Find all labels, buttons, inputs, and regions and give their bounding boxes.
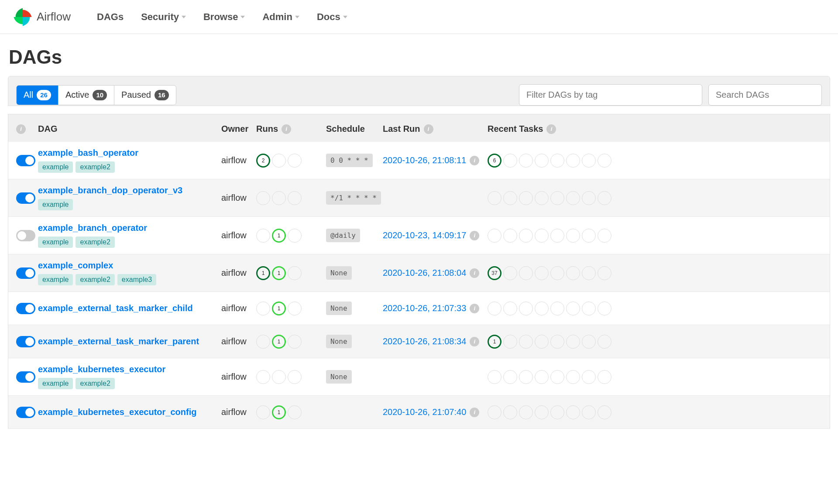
- task-circle[interactable]: [503, 154, 517, 168]
- task-circle[interactable]: [535, 191, 549, 205]
- task-circle[interactable]: [566, 370, 580, 384]
- run-circle[interactable]: [288, 229, 302, 243]
- task-circle[interactable]: [535, 302, 549, 315]
- col-owner[interactable]: Owner: [221, 124, 256, 134]
- run-circle[interactable]: 1: [272, 229, 286, 243]
- dag-tag[interactable]: example2: [76, 274, 114, 285]
- dag-toggle[interactable]: [16, 192, 35, 204]
- task-circle[interactable]: [598, 229, 611, 243]
- schedule-badge[interactable]: None: [326, 266, 352, 280]
- task-circle[interactable]: [582, 266, 596, 280]
- task-circle[interactable]: [535, 266, 549, 280]
- task-circle[interactable]: [519, 266, 533, 280]
- info-icon[interactable]: i: [470, 156, 479, 165]
- run-circle[interactable]: 1: [272, 266, 286, 280]
- info-icon[interactable]: i: [470, 231, 479, 240]
- task-circle[interactable]: [503, 302, 517, 315]
- task-circle[interactable]: [566, 335, 580, 349]
- run-circle[interactable]: 1: [272, 335, 286, 349]
- task-circle[interactable]: 6: [488, 154, 501, 168]
- task-circle[interactable]: [519, 191, 533, 205]
- nav-admin[interactable]: Admin: [254, 7, 308, 27]
- dag-toggle[interactable]: [16, 267, 35, 279]
- task-circle[interactable]: [519, 370, 533, 384]
- run-circle[interactable]: [256, 370, 270, 384]
- run-circle[interactable]: [256, 191, 270, 205]
- last-run-timestamp[interactable]: 2020-10-26, 21:08:11: [383, 155, 466, 165]
- task-circle[interactable]: [535, 154, 549, 168]
- task-circle[interactable]: [550, 370, 564, 384]
- task-circle[interactable]: [535, 405, 549, 419]
- run-circle[interactable]: [288, 370, 302, 384]
- dag-toggle[interactable]: [16, 230, 35, 241]
- run-circle[interactable]: [256, 229, 270, 243]
- task-circle[interactable]: [566, 154, 580, 168]
- col-schedule[interactable]: Schedule: [326, 124, 383, 134]
- task-circle[interactable]: [598, 370, 611, 384]
- brand[interactable]: Airflow: [13, 7, 71, 27]
- info-icon[interactable]: i: [470, 268, 479, 278]
- dag-link[interactable]: example_bash_operator: [38, 148, 221, 158]
- run-circle[interactable]: 2: [256, 154, 270, 168]
- info-icon[interactable]: i: [470, 408, 479, 417]
- schedule-badge[interactable]: None: [326, 335, 352, 348]
- run-circle[interactable]: [256, 335, 270, 349]
- task-circle[interactable]: [550, 154, 564, 168]
- dag-link[interactable]: example_branch_operator: [38, 223, 221, 233]
- task-circle[interactable]: [582, 405, 596, 419]
- run-circle[interactable]: [272, 154, 286, 168]
- dag-tag[interactable]: example: [38, 378, 73, 389]
- task-circle[interactable]: [566, 266, 580, 280]
- dag-tag[interactable]: example2: [76, 161, 114, 173]
- task-circle[interactable]: [503, 191, 517, 205]
- last-run-timestamp[interactable]: 2020-10-26, 21:08:34: [383, 336, 466, 346]
- task-circle[interactable]: [535, 229, 549, 243]
- col-runs[interactable]: Runsi: [256, 124, 326, 134]
- dag-tag[interactable]: example: [38, 199, 73, 210]
- dag-toggle[interactable]: [16, 336, 35, 347]
- last-run-timestamp[interactable]: 2020-10-26, 21:07:40: [383, 407, 466, 417]
- run-circle[interactable]: [256, 405, 270, 419]
- dag-tag[interactable]: example3: [117, 274, 156, 285]
- schedule-badge[interactable]: */1 * * * *: [326, 191, 381, 205]
- task-circle[interactable]: [582, 302, 596, 315]
- task-circle[interactable]: [488, 405, 501, 419]
- schedule-badge[interactable]: 0 0 * * *: [326, 154, 373, 167]
- dag-toggle[interactable]: [16, 407, 35, 418]
- last-run-timestamp[interactable]: 2020-10-26, 21:08:04: [383, 268, 466, 278]
- task-circle[interactable]: [582, 154, 596, 168]
- dag-toggle[interactable]: [16, 303, 35, 314]
- nav-dags[interactable]: DAGs: [88, 7, 132, 27]
- run-circle[interactable]: [288, 335, 302, 349]
- filter-paused[interactable]: Paused 16: [114, 86, 176, 105]
- dag-toggle[interactable]: [16, 155, 35, 166]
- run-circle[interactable]: [272, 191, 286, 205]
- nav-browse[interactable]: Browse: [195, 7, 254, 27]
- task-circle[interactable]: [488, 229, 501, 243]
- task-circle[interactable]: [598, 335, 611, 349]
- task-circle[interactable]: [519, 229, 533, 243]
- task-circle[interactable]: 37: [488, 266, 501, 280]
- info-icon[interactable]: i: [470, 304, 479, 313]
- last-run-timestamp[interactable]: 2020-10-23, 14:09:17: [383, 230, 466, 240]
- dag-link[interactable]: example_kubernetes_executor_config: [38, 407, 221, 417]
- run-circle[interactable]: 1: [272, 405, 286, 419]
- run-circle[interactable]: [288, 302, 302, 315]
- task-circle[interactable]: [519, 302, 533, 315]
- schedule-badge[interactable]: None: [326, 302, 352, 315]
- nav-security[interactable]: Security: [132, 7, 195, 27]
- task-circle[interactable]: [535, 370, 549, 384]
- run-circle[interactable]: [256, 302, 270, 315]
- task-circle[interactable]: [488, 191, 501, 205]
- dag-link[interactable]: example_external_task_marker_child: [38, 303, 221, 313]
- search-dags-input[interactable]: [708, 84, 822, 106]
- task-circle[interactable]: [582, 370, 596, 384]
- schedule-badge[interactable]: @daily: [326, 229, 360, 242]
- col-recent-tasks[interactable]: Recent Tasksi: [488, 124, 636, 134]
- task-circle[interactable]: [566, 191, 580, 205]
- dag-tag[interactable]: example2: [76, 378, 114, 389]
- dag-tag[interactable]: example: [38, 237, 73, 248]
- task-circle[interactable]: [598, 191, 611, 205]
- task-circle[interactable]: [550, 191, 564, 205]
- task-circle[interactable]: [598, 405, 611, 419]
